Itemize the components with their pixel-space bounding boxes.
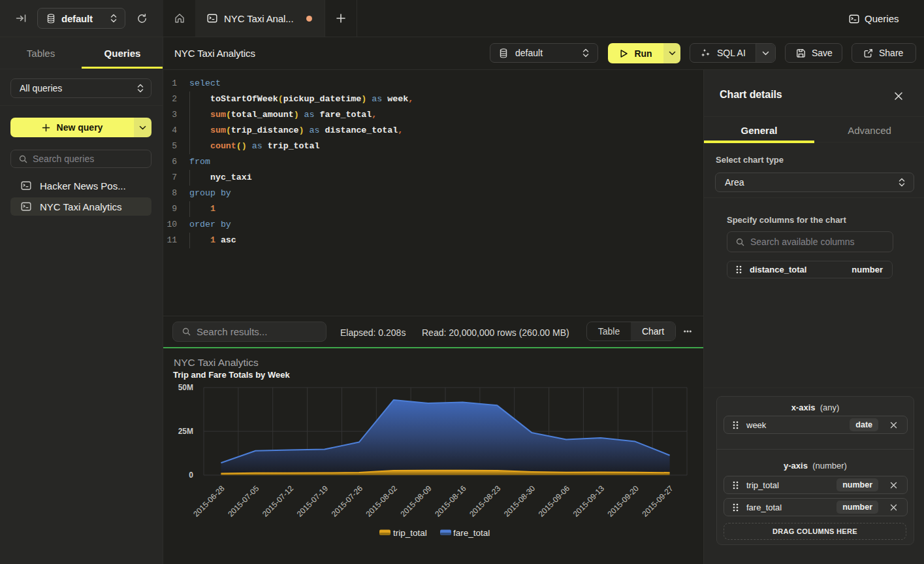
svg-text:25M: 25M [178,427,193,436]
svg-text:2015-09-20: 2015-09-20 [606,484,641,519]
svg-text:2015-07-12: 2015-07-12 [261,484,296,519]
svg-text:2015-08-30: 2015-08-30 [502,484,537,519]
svg-text:2015-06-28: 2015-06-28 [191,484,227,519]
svg-text:50M: 50M [178,383,193,392]
svg-text:2015-07-26: 2015-07-26 [330,484,365,519]
svg-text:2015-08-02: 2015-08-02 [364,484,400,519]
svg-text:2015-09-27: 2015-09-27 [640,484,675,519]
svg-text:0: 0 [189,471,193,480]
svg-text:trip_total: trip_total [393,528,427,538]
svg-text:2015-08-23: 2015-08-23 [468,484,503,519]
svg-text:2015-09-06: 2015-09-06 [537,484,572,519]
svg-text:2015-09-13: 2015-09-13 [571,484,607,519]
svg-text:2015-07-19: 2015-07-19 [295,484,330,519]
svg-text:fare_total: fare_total [453,528,490,538]
svg-text:2015-07-05: 2015-07-05 [226,484,261,519]
svg-text:2015-08-09: 2015-08-09 [398,484,434,519]
svg-text:2015-08-16: 2015-08-16 [433,484,468,519]
